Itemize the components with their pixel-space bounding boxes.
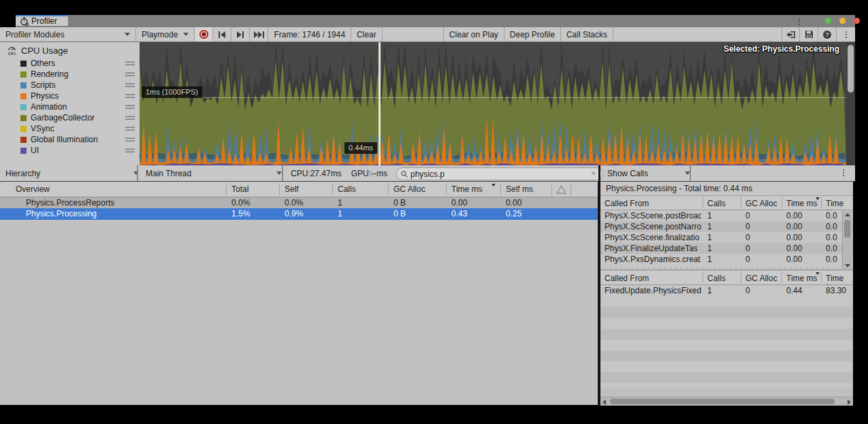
load-icon bbox=[786, 31, 796, 39]
frame-counter-label: Frame: 1746 / 1944 bbox=[274, 30, 345, 39]
column-total[interactable]: Total bbox=[231, 184, 248, 194]
help-button[interactable]: ? bbox=[818, 27, 837, 42]
legend-item-vsync[interactable]: VSync bbox=[0, 123, 140, 134]
hscrollbar-thumb[interactable] bbox=[610, 399, 835, 404]
callee-row[interactable]: PhysX.FinalizeUpdateTas100.000.0 bbox=[600, 243, 853, 254]
legend-drag-handle[interactable] bbox=[125, 105, 135, 110]
column-calls[interactable]: Calls bbox=[707, 199, 726, 208]
detail-title: Physics.Processing - Total time: 0.44 ms bbox=[600, 182, 853, 196]
chart-scrollbar[interactable] bbox=[846, 42, 855, 165]
selected-frame-line bbox=[379, 42, 381, 165]
search-clear-icon[interactable]: × bbox=[591, 168, 596, 178]
chart-scrollbar-thumb[interactable] bbox=[848, 45, 854, 93]
call-stacks-toggle[interactable]: Call Stacks bbox=[561, 27, 613, 42]
scroll-left-icon[interactable] bbox=[602, 399, 606, 405]
vscrollbar-thumb[interactable] bbox=[844, 220, 850, 238]
cell-time: 0.00 bbox=[786, 232, 819, 243]
legend-drag-handle[interactable] bbox=[125, 137, 135, 143]
warning-column-icon[interactable] bbox=[556, 185, 566, 194]
legend-drag-handle[interactable] bbox=[125, 72, 135, 78]
window-control-yellow[interactable] bbox=[839, 18, 846, 24]
window-menu-icon[interactable] bbox=[798, 18, 800, 25]
column-self-ms[interactable]: Self ms bbox=[506, 184, 533, 194]
row-gc: 0 B bbox=[393, 208, 406, 220]
legend-swatch bbox=[20, 126, 27, 132]
legend-item-rendering[interactable]: Rendering bbox=[0, 69, 140, 80]
current-frame-button[interactable] bbox=[250, 27, 268, 42]
thread-bar: Hierarchy Main Thread CPU:27.47ms GPU:--… bbox=[0, 165, 855, 182]
legend-item-ui[interactable]: UI bbox=[0, 145, 140, 156]
column-calls[interactable]: Calls bbox=[707, 274, 726, 283]
column-gc-alloc[interactable]: GC Alloc bbox=[745, 199, 777, 208]
callee-row[interactable]: PhysX.ScScene.finalizatio100.000.0 bbox=[600, 232, 853, 243]
cpu-chart[interactable]: 1ms (1000FPS) 0.44ms Selected: Physics.P… bbox=[140, 42, 846, 165]
clear-button[interactable]: Clear bbox=[351, 27, 383, 42]
legend-drag-handle[interactable] bbox=[125, 148, 135, 154]
legend-drag-handle[interactable] bbox=[125, 94, 135, 99]
window-control-red[interactable] bbox=[854, 18, 860, 24]
cell-gc: 0 bbox=[745, 232, 779, 243]
legend-item-others[interactable]: Others bbox=[0, 58, 140, 69]
scroll-right-icon[interactable] bbox=[848, 399, 851, 405]
toolbar-menu-button[interactable] bbox=[837, 27, 855, 42]
next-frame-button[interactable] bbox=[231, 27, 250, 42]
column-overview[interactable]: Overview bbox=[16, 184, 50, 194]
clipped-row bbox=[600, 265, 853, 269]
hierarchy-table-header: Overview Total Self Calls GC Alloc Time … bbox=[0, 182, 598, 197]
column-time-ms[interactable]: Time ms bbox=[451, 184, 483, 194]
legend-swatch bbox=[20, 148, 27, 154]
column-time-ms[interactable]: Time ms bbox=[786, 274, 818, 283]
cell-time: 0.00 bbox=[786, 210, 819, 221]
search-field[interactable] bbox=[396, 167, 603, 180]
window-control-green[interactable] bbox=[825, 18, 831, 24]
profiler-modules-dropdown[interactable]: Profiler Modules bbox=[0, 27, 136, 42]
search-input[interactable] bbox=[411, 169, 574, 179]
load-profile-button[interactable] bbox=[782, 27, 800, 42]
legend-item-scripts[interactable]: Scripts bbox=[0, 80, 140, 91]
cpu-usage-header[interactable]: CPU CPU Usage bbox=[0, 42, 140, 58]
column-gc-alloc[interactable]: GC Alloc bbox=[745, 274, 777, 283]
legend-drag-handle[interactable] bbox=[125, 116, 135, 121]
thread-dropdown[interactable]: Main Thread bbox=[146, 165, 191, 181]
record-button[interactable] bbox=[195, 27, 213, 42]
legend-item-physics[interactable]: Physics bbox=[0, 91, 140, 101]
detail-view-dropdown[interactable]: Show Calls bbox=[607, 165, 648, 181]
column-called-from[interactable]: Called From bbox=[605, 274, 649, 283]
record-icon bbox=[199, 29, 209, 39]
legend-drag-handle[interactable] bbox=[125, 127, 135, 132]
prev-frame-button[interactable] bbox=[213, 27, 231, 42]
scroll-up-icon[interactable] bbox=[845, 213, 850, 216]
tab-profiler[interactable]: Profiler bbox=[16, 15, 68, 26]
callee-row[interactable]: PhysX.ScScene.postNarro100.000.0 bbox=[600, 221, 853, 232]
legend-item-garbagecollector[interactable]: GarbageCollector bbox=[0, 112, 140, 123]
pane-menu-icon[interactable] bbox=[842, 169, 844, 176]
cpu-chart-svg[interactable] bbox=[140, 42, 846, 165]
column-called-from[interactable]: Called From bbox=[605, 199, 649, 208]
save-profile-button[interactable] bbox=[800, 27, 818, 42]
scroll-down-icon[interactable] bbox=[845, 264, 850, 267]
caller-row[interactable]: FixedUpdate.PhysicsFixed100.4483.30 bbox=[600, 285, 853, 296]
legend-drag-handle[interactable] bbox=[125, 61, 135, 67]
table-row-physics-processreports[interactable]: Physics.ProcessReports 0.0% 0.0% 1 0 B 0… bbox=[0, 197, 598, 208]
target-selection-dropdown[interactable]: Playmode bbox=[136, 27, 195, 42]
deep-profile-label: Deep Profile bbox=[510, 30, 555, 39]
callers-hscrollbar[interactable] bbox=[600, 397, 853, 406]
view-mode-dropdown[interactable]: Hierarchy bbox=[5, 165, 40, 181]
callee-row[interactable]: PhysX.ScScene.postBroad100.000.0 bbox=[600, 210, 853, 221]
legend-item-global-illumination[interactable]: Global Illumination bbox=[0, 134, 140, 145]
clear-on-play-toggle[interactable]: Clear on Play bbox=[444, 27, 504, 42]
callees-vscrollbar[interactable] bbox=[842, 211, 852, 270]
legend-swatch bbox=[20, 61, 27, 67]
legend-label: Physics bbox=[31, 91, 59, 101]
legend-item-animation[interactable]: Animation bbox=[0, 101, 140, 112]
column-self[interactable]: Self bbox=[285, 184, 299, 194]
column-time-ms[interactable]: Time ms bbox=[786, 199, 818, 208]
column-calls[interactable]: Calls bbox=[338, 184, 356, 194]
legend-drag-handle[interactable] bbox=[125, 83, 135, 88]
callee-row[interactable]: PhysX.PxsDynamics.creat100.000.0 bbox=[600, 254, 853, 265]
table-row-physics-processing-selected[interactable]: Physics.Processing 1.5% 0.9% 1 0 B 0.43 … bbox=[0, 208, 598, 220]
column-gc-alloc[interactable]: GC Alloc bbox=[393, 184, 425, 194]
deep-profile-toggle[interactable]: Deep Profile bbox=[504, 27, 561, 42]
chevron-down-icon bbox=[183, 33, 189, 36]
legend-label: VSync bbox=[31, 124, 54, 133]
